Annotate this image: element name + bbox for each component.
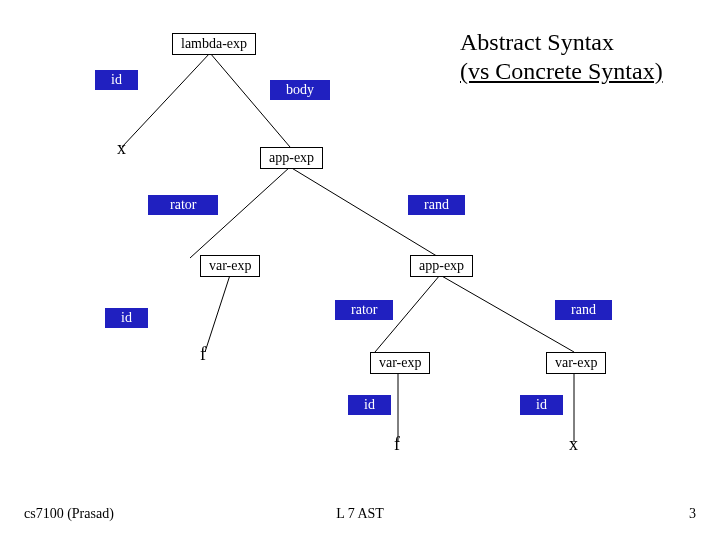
svg-line-6: [440, 275, 574, 352]
title-line2: (vs Concrete Syntax): [460, 58, 663, 84]
edge-rand-2: rand: [555, 300, 612, 320]
leaf-x-2: x: [569, 434, 578, 455]
leaf-f-1: f: [200, 344, 206, 365]
node-var-exp-2: var-exp: [370, 352, 430, 374]
svg-line-1: [210, 53, 290, 147]
edge-id-1: id: [95, 70, 138, 90]
node-var-exp-3: var-exp: [546, 352, 606, 374]
slide-title: Abstract Syntax (vs Concrete Syntax): [460, 28, 663, 86]
edge-rator-1: rator: [148, 195, 218, 215]
edge-id-2: id: [105, 308, 148, 328]
title-line1: Abstract Syntax: [460, 29, 614, 55]
node-app-exp-1: app-exp: [260, 147, 323, 169]
page-number: 3: [689, 506, 696, 522]
node-lambda-exp: lambda-exp: [172, 33, 256, 55]
edge-id-3: id: [348, 395, 391, 415]
node-app-exp-2: app-exp: [410, 255, 473, 277]
svg-line-4: [205, 275, 230, 352]
footer-center: L 7 AST: [336, 506, 384, 522]
edge-id-4: id: [520, 395, 563, 415]
edge-rand-1: rand: [408, 195, 465, 215]
edge-body: body: [270, 80, 330, 100]
edge-rator-2: rator: [335, 300, 393, 320]
svg-line-0: [122, 53, 210, 147]
footer-author: cs7100 (Prasad): [24, 506, 114, 522]
leaf-x-1: x: [117, 138, 126, 159]
leaf-f-2: f: [394, 434, 400, 455]
node-var-exp-1: var-exp: [200, 255, 260, 277]
